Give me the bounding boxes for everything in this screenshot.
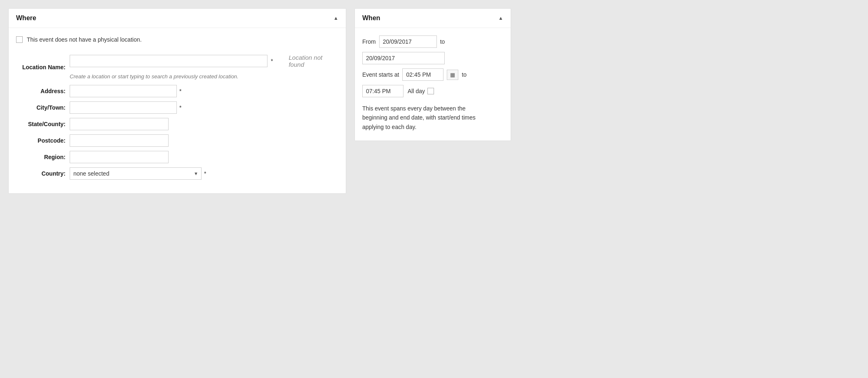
location-name-input-row: * Location not found <box>70 54 338 68</box>
postcode-input[interactable] <box>70 134 169 147</box>
country-required: * <box>204 170 206 177</box>
state-field <box>70 116 338 132</box>
location-name-field: * Location not found Create a location o… <box>70 52 338 83</box>
region-field <box>70 149 338 165</box>
address-field: * <box>70 83 338 99</box>
when-info-text: This event spans every day between the b… <box>362 104 486 131</box>
postcode-field <box>70 132 338 149</box>
location-name-input[interactable] <box>70 55 267 67</box>
starts-at-label: Event starts at <box>362 71 399 78</box>
no-location-checkbox[interactable] <box>16 36 23 43</box>
location-name-hint: Create a location or start typing to sea… <box>70 73 239 81</box>
country-label: Country: <box>16 167 70 180</box>
address-label: Address: <box>16 85 70 98</box>
country-field: none selected ▼ * <box>70 165 338 182</box>
when-panel-header: When ▲ <box>355 9 511 28</box>
when-collapse-arrow[interactable]: ▲ <box>498 15 503 21</box>
where-panel: Where ▲ This event does not have a physi… <box>8 8 346 194</box>
when-panel: When ▲ From to Event starts at ▦ to All … <box>354 8 511 141</box>
location-not-found-text: Location not found <box>289 54 338 68</box>
to-date-row <box>362 52 503 64</box>
country-select-wrapper: none selected ▼ * <box>70 167 206 180</box>
location-name-label: Location Name: <box>16 61 70 74</box>
location-name-input-wrapper: * <box>70 55 273 67</box>
state-label: State/County: <box>16 117 70 131</box>
where-panel-title: Where <box>16 14 36 22</box>
starts-at-row: Event starts at ▦ to <box>362 68 503 81</box>
city-field: * <box>70 99 338 116</box>
from-date-row: From to <box>362 35 503 48</box>
starts-to-label: to <box>462 71 467 78</box>
country-select-container: none selected ▼ <box>70 167 202 180</box>
from-label: From <box>362 38 376 45</box>
end-time-input[interactable] <box>362 85 404 97</box>
country-select[interactable]: none selected <box>70 167 202 180</box>
when-panel-title: When <box>362 14 380 22</box>
from-to-label: to <box>440 38 445 45</box>
when-panel-body: From to Event starts at ▦ to All day T <box>355 28 511 141</box>
city-label: City/Town: <box>16 101 70 114</box>
city-input[interactable] <box>70 101 177 114</box>
to-date-input[interactable] <box>362 52 445 64</box>
end-time-row: All day <box>362 85 503 97</box>
region-label: Region: <box>16 150 70 164</box>
postcode-label: Postcode: <box>16 134 70 147</box>
location-name-required: * <box>271 58 273 64</box>
state-input[interactable] <box>70 118 169 130</box>
region-input[interactable] <box>70 151 169 163</box>
allday-checkbox[interactable] <box>427 88 434 94</box>
where-panel-body: This event does not have a physical loca… <box>9 28 346 193</box>
no-location-label: This event does not have a physical loca… <box>27 36 142 43</box>
address-input[interactable] <box>70 85 177 97</box>
where-panel-header: Where ▲ <box>9 9 346 28</box>
where-collapse-arrow[interactable]: ▲ <box>333 15 338 21</box>
start-time-input[interactable] <box>402 68 443 81</box>
no-location-row: This event does not have a physical loca… <box>16 36 338 43</box>
location-form: Location Name: * Location not found Crea… <box>16 52 338 182</box>
allday-label: All day <box>408 88 425 94</box>
from-date-input[interactable] <box>379 35 437 48</box>
calendar-icon: ▦ <box>450 72 455 78</box>
address-required: * <box>179 88 181 94</box>
calendar-icon-button[interactable]: ▦ <box>447 70 458 80</box>
city-required: * <box>179 104 181 111</box>
allday-row: All day <box>408 88 434 94</box>
